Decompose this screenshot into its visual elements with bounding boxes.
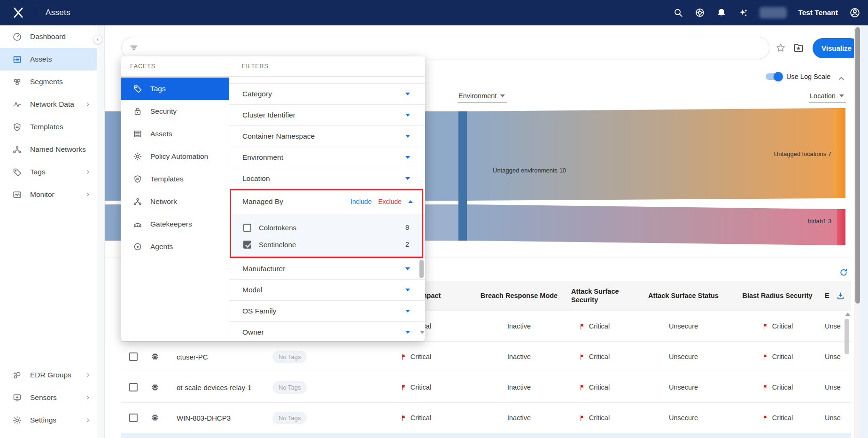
table-scrollbar-thumb[interactable]	[845, 319, 849, 354]
column-header-attack_surface_security[interactable]: Attack Surface Security	[564, 288, 625, 304]
chevron-down-icon	[405, 135, 410, 138]
row-checkbox[interactable]	[129, 383, 138, 391]
sankey-flow-bottom[interactable]	[467, 203, 837, 247]
ai-sparkle-icon[interactable]	[738, 8, 748, 18]
column-header-attack_surface_status[interactable]: Attack Surface Status	[625, 292, 742, 300]
sankey-node-environment[interactable]	[458, 111, 467, 241]
facet-item-gatekeepers[interactable]: Gatekeepers	[121, 213, 229, 235]
filter-row-container-namespace[interactable]: Container Namespace	[229, 126, 425, 147]
chevron-up-icon[interactable]	[408, 200, 413, 203]
visualize-button[interactable]: Visualize	[813, 38, 860, 58]
search-icon[interactable]	[673, 8, 683, 18]
column-header-exposure[interactable]: E	[813, 291, 851, 300]
account-icon[interactable]	[849, 7, 860, 18]
page-scrollbar[interactable]	[854, 25, 860, 438]
facet-item-policy-automation[interactable]: Policy Automation	[121, 145, 229, 168]
facet-item-network[interactable]: Network	[121, 190, 229, 213]
table-row-partial[interactable]	[121, 433, 851, 438]
facet-item-assets[interactable]: Assets	[121, 123, 229, 145]
favorite-star-icon[interactable]	[775, 42, 786, 54]
left-axis-dropdown[interactable]: Environment	[457, 91, 507, 103]
filter-row-cluster-identifier[interactable]: Cluster Identifier	[229, 105, 425, 126]
refresh-icon[interactable]	[839, 268, 848, 277]
sidebar-item-named-networks[interactable]: Named Networks	[0, 138, 97, 161]
filters-scrollbar-thumb[interactable]	[419, 260, 424, 278]
filter-row-os-family[interactable]: OS Family	[229, 301, 425, 322]
option-checkbox[interactable]	[243, 224, 251, 232]
table-row[interactable]: ctuser-PCNo TagsCriticalInactiveCritical…	[121, 342, 851, 372]
download-icon[interactable]	[836, 291, 845, 300]
log-scale-toggle[interactable]	[766, 73, 782, 80]
asset-name[interactable]: ot-scale-devices-relay-1	[164, 383, 251, 391]
facet-item-agents[interactable]: Agents	[121, 235, 229, 258]
asset-name[interactable]: ctuser-PC	[164, 353, 208, 361]
right-axis-dropdown[interactable]: Location	[809, 91, 846, 103]
sidebar-item-dashboard[interactable]: Dashboard	[0, 25, 97, 48]
sankey-node-location-top[interactable]	[834, 108, 845, 198]
sidebar-item-segments[interactable]: Segments	[0, 70, 97, 93]
filter-row-manufacturer[interactable]: Manufacturer	[229, 258, 425, 280]
asset-name[interactable]: WIN-803-DHCP3	[164, 414, 231, 422]
filter-search-bar[interactable]	[121, 37, 769, 59]
flag-icon	[579, 323, 586, 330]
tags-cell: No Tags	[272, 351, 357, 363]
impact-cell: Critical	[357, 414, 474, 422]
sidebar-item-templates[interactable]: Templates	[0, 116, 97, 138]
row-checkbox[interactable]	[129, 414, 138, 422]
nodes-icon	[12, 145, 22, 155]
help-icon[interactable]	[695, 8, 705, 18]
redacted-text	[760, 7, 787, 18]
facet-item-templates[interactable]: Templates	[121, 168, 229, 190]
bridge-icon	[133, 219, 142, 229]
filter-row-location[interactable]: Location	[229, 168, 425, 189]
filter-option-sentinelone[interactable]: Sentinelone2	[229, 236, 425, 253]
status-value: Unse	[825, 383, 841, 391]
exposure-cell: Unse	[813, 414, 851, 422]
filter-row-environment[interactable]: Environment	[229, 147, 425, 168]
saved-queries-folder-icon[interactable]	[793, 42, 804, 54]
sidebar-item-label: Segments	[30, 78, 63, 86]
tags-cell: No Tags	[272, 412, 357, 424]
flag-icon	[579, 384, 586, 391]
table-row[interactable]: ot-scale-devices-relay-1No TagsCriticalI…	[121, 372, 851, 403]
chevron-down-icon	[405, 93, 410, 95]
page-scrollbar-thumb[interactable]	[855, 27, 860, 304]
notifications-icon[interactable]	[716, 8, 727, 18]
sankey-node-location-bottom[interactable]	[837, 209, 845, 245]
breach-cell: Inactive	[474, 414, 564, 422]
include-button[interactable]: Include	[350, 198, 372, 205]
filter-icon[interactable]	[129, 43, 139, 53]
column-header-breach[interactable]: Breach Response Mode	[474, 292, 564, 300]
facet-item-tags[interactable]: Tags	[121, 78, 229, 100]
sidebar-item-monitor[interactable]: Monitor	[0, 183, 97, 206]
top-navbar: Assets Test Tenant	[0, 0, 868, 25]
sidebar-item-edr-groups[interactable]: EDR Groups	[0, 364, 97, 386]
chevron-down-icon	[839, 94, 844, 97]
filter-row-category[interactable]: Category	[229, 84, 425, 105]
asset-name-cell: ctuser-PC	[164, 353, 272, 361]
table-scroll-up-icon[interactable]	[845, 313, 851, 316]
chevron-up-icon[interactable]	[837, 74, 845, 83]
option-checkbox[interactable]	[243, 241, 251, 249]
status-value: Critical	[772, 353, 793, 360]
status-value: Critical	[589, 383, 610, 391]
filters-scroll-down-icon[interactable]	[420, 331, 425, 334]
column-header-blast_radius[interactable]: Blast Radius Security	[742, 292, 813, 300]
row-checkbox[interactable]	[129, 352, 138, 361]
sidebar-item-network-data[interactable]: Network Data	[0, 93, 97, 116]
facet-item-security[interactable]: Security	[121, 100, 229, 123]
filter-row-owner[interactable]: Owner	[229, 322, 425, 341]
sidebar-item-sensors[interactable]: Sensors	[0, 386, 97, 409]
sidebar-item-assets[interactable]: Assets	[0, 48, 97, 70]
sidebar-item-label: Settings	[30, 416, 56, 424]
filter-option-colortokens[interactable]: Colortokens8	[229, 219, 425, 236]
filter-row-model[interactable]: Model	[229, 280, 425, 301]
sidebar-collapse-button[interactable]: ‹	[93, 35, 102, 44]
exclude-button[interactable]: Exclude	[378, 198, 402, 205]
sidebar-item-tags[interactable]: Tags	[0, 161, 97, 183]
filter-row-managed-by[interactable]: Managed By Include Exclude	[229, 189, 425, 214]
sidebar-item-label: Dashboard	[30, 32, 66, 41]
facet-label: Gatekeepers	[150, 220, 192, 228]
sidebar-item-settings[interactable]: Settings	[0, 409, 97, 431]
table-row[interactable]: WIN-803-DHCP3No TagsCriticalInactiveCrit…	[121, 403, 851, 433]
